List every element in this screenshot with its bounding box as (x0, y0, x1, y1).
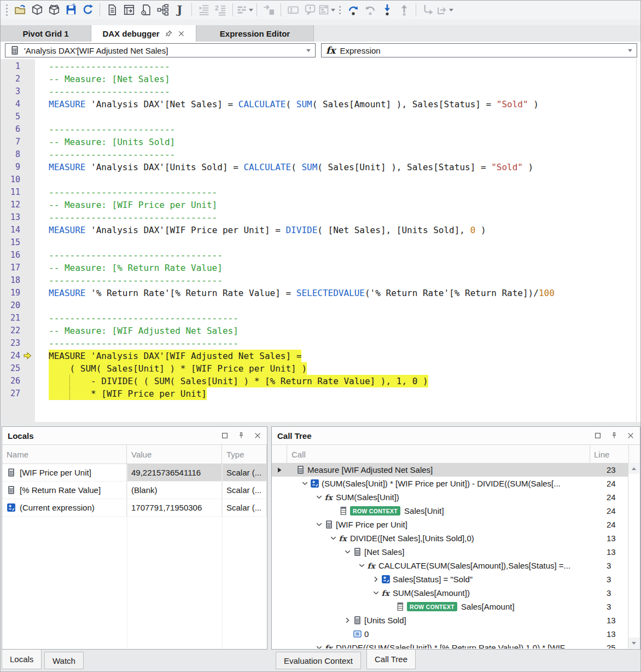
tab-evaluation-context[interactable]: Evaluation Context (276, 652, 361, 669)
locals-row[interactable]: [WIF Price per Unit]49,2215736541116Scal… (2, 464, 267, 482)
calltree-row[interactable]: fxDIVIDE([Net Sales],[Units Sold],0)13 (272, 531, 628, 545)
calltree-row[interactable]: fxDIVIDE((SUM(Sales[Unit]) * [% Return R… (272, 641, 628, 648)
code-line[interactable]: 1----------------------- (1, 60, 640, 73)
svg-text:2: 2 (215, 4, 219, 12)
code-line[interactable]: 23------------------------------------ (1, 337, 640, 350)
code-editor[interactable]: 1-----------------------2-- Measure: [Ne… (1, 59, 640, 422)
code-line[interactable]: 18--------------------------------- (1, 274, 640, 287)
line-number: 15 (1, 236, 35, 249)
calltree-row[interactable]: [WIF Price per Unit]24 (272, 518, 628, 531)
code-line[interactable]: 6------------------------ (1, 123, 640, 136)
code-line[interactable]: 15 (1, 236, 640, 249)
code-text: MEASURE '% Return Rate'[% Return Rate Va… (49, 287, 555, 299)
vertical-scrollbar[interactable] (628, 463, 639, 648)
expander-icon[interactable] (315, 644, 324, 648)
calltree-row[interactable]: 013 (272, 627, 628, 641)
tab-locals[interactable]: Locals (2, 650, 42, 669)
code-line[interactable]: 27 * [WIF Price per Unit] (1, 387, 640, 400)
code-line[interactable]: 14MEASURE 'Analysis DAX'[WIF Price per U… (1, 224, 640, 236)
restore-icon[interactable] (221, 432, 229, 439)
expander-icon[interactable] (301, 479, 310, 488)
scroll-down-button[interactable] (628, 638, 639, 648)
tab-watch[interactable]: Watch (44, 652, 84, 669)
code-line[interactable]: 26 - DIVIDE( ( SUM( Sales[Unit] ) * [% R… (1, 375, 640, 387)
line-number: 5 (1, 111, 35, 123)
result-preview-icon[interactable] (120, 2, 137, 18)
code-line[interactable]: 22-- Measure: [WIF Adjusted Net Sales] (1, 325, 640, 337)
code-line[interactable]: 12-- Measure: [WIF Price per Unit] (1, 199, 640, 211)
script-icon[interactable]: J (171, 2, 188, 18)
call-text: Sales[Amount] (461, 602, 601, 611)
code-line[interactable]: 20 (1, 299, 640, 312)
line-number: 10 (1, 173, 35, 186)
line-number: 26 (1, 375, 35, 387)
row-gutter (272, 531, 287, 545)
locals-row[interactable]: [% Return Rate Value](Blank)Scalar (... (2, 482, 267, 499)
tab-dax-debugger[interactable]: DAX debugger (91, 25, 196, 42)
code-line[interactable]: 8------------------------ (1, 148, 640, 161)
close-icon[interactable] (178, 30, 185, 37)
code-line[interactable]: 25 ( SUM( Sales[Unit] ) * [WIF Price per… (1, 362, 640, 375)
code-line[interactable]: 5 (1, 111, 640, 123)
code-line[interactable]: 17-- Measure: [% Return Rate Value] (1, 262, 640, 274)
calltree-row[interactable]: ROW CONTEXTSales[Amount]3 (272, 600, 628, 613)
open-file-icon[interactable] (11, 2, 28, 18)
code-line[interactable]: 13-------------------------------- (1, 211, 640, 224)
expander-icon[interactable] (315, 493, 324, 501)
measure-selector[interactable]: 'Analysis DAX'[WIF Adjusted Net Sales] (5, 43, 316, 57)
code-line[interactable]: 7-- Measure: [Units Sold] (1, 136, 640, 148)
tab-pivot-grid-1[interactable]: Pivot Grid 1 (1, 25, 91, 42)
code-line[interactable]: 2-- Measure: [Net Sales] (1, 73, 640, 85)
code-line[interactable]: 24MEASURE 'Analysis DAX'[WIF Adjusted Ne… (1, 350, 640, 362)
code-line[interactable]: 4MEASURE 'Analysis DAX'[Net Sales] = CAL… (1, 98, 640, 111)
scroll-up-button[interactable] (628, 463, 639, 474)
code-line[interactable]: 21------------------------------------ (1, 312, 640, 325)
model-icon[interactable] (28, 2, 45, 18)
calltree-row[interactable]: fxSUM(Sales[Amount])3 (272, 586, 628, 600)
indent-guide (69, 387, 70, 400)
calltree-row[interactable]: Measure [WIF Adjusted Net Sales]23 (272, 463, 628, 477)
page-settings-icon[interactable] (137, 2, 154, 18)
call-line: 13 (601, 616, 628, 625)
locals-row[interactable]: (Current expression)1707791,71950306Scal… (2, 499, 267, 517)
pin-icon[interactable] (165, 30, 173, 38)
dependency-tree-icon[interactable] (154, 2, 171, 18)
save-icon[interactable] (62, 2, 79, 18)
expander-icon[interactable] (372, 589, 381, 597)
expression-selector-value: Expression (340, 46, 622, 55)
calltree-row[interactable]: ROW CONTEXTSales[Unit]24 (272, 504, 628, 518)
expander-icon[interactable] (343, 616, 353, 624)
local-value: 49,2215736541116 (127, 464, 222, 481)
close-icon[interactable] (627, 432, 634, 439)
restore-icon[interactable] (594, 432, 602, 439)
calltree-row[interactable]: Sales[Status] = "Sold"3 (272, 572, 628, 586)
pin-icon[interactable] (610, 432, 618, 439)
calltree-row[interactable]: [Units Sold]13 (272, 613, 628, 627)
tab-call-tree[interactable]: Call Tree (366, 650, 416, 669)
code-line[interactable]: 11-------------------------------- (1, 186, 640, 199)
deploy-model-icon[interactable] (45, 2, 62, 18)
expander-icon[interactable] (358, 561, 367, 570)
code-line[interactable]: 10 (1, 173, 640, 186)
expression-icon (7, 503, 16, 512)
expander-icon[interactable] (343, 548, 353, 556)
expander-icon[interactable] (315, 520, 324, 529)
code-line[interactable]: 16--------------------------------- (1, 249, 640, 262)
expander-icon[interactable] (329, 534, 339, 542)
document-icon[interactable] (103, 2, 120, 18)
code-line[interactable]: 19MEASURE '% Return Rate'[% Return Rate … (1, 287, 640, 299)
tab-expression-editor[interactable]: Expression Editor (196, 25, 314, 42)
step-into-icon[interactable] (378, 2, 395, 18)
refresh-icon[interactable] (79, 2, 96, 18)
expression-selector[interactable]: fx Expression (321, 43, 637, 57)
pin-icon[interactable] (237, 432, 245, 439)
step-over-icon[interactable] (345, 2, 362, 18)
close-icon[interactable] (254, 432, 261, 439)
calltree-row[interactable]: (SUM(Sales[Unit]) * [WIF Price per Unit]… (272, 477, 628, 490)
code-line[interactable]: 9MEASURE 'Analysis DAX'[Units Sold] = CA… (1, 161, 640, 173)
calltree-row[interactable]: fxCALCULATE(SUM(Sales[Amount]),Sales[Sta… (272, 559, 628, 572)
code-line[interactable]: 3----------------------- (1, 85, 640, 98)
expander-icon[interactable] (372, 575, 381, 583)
calltree-row[interactable]: [Net Sales]13 (272, 545, 628, 559)
calltree-row[interactable]: fxSUM(Sales[Unit])24 (272, 490, 628, 504)
